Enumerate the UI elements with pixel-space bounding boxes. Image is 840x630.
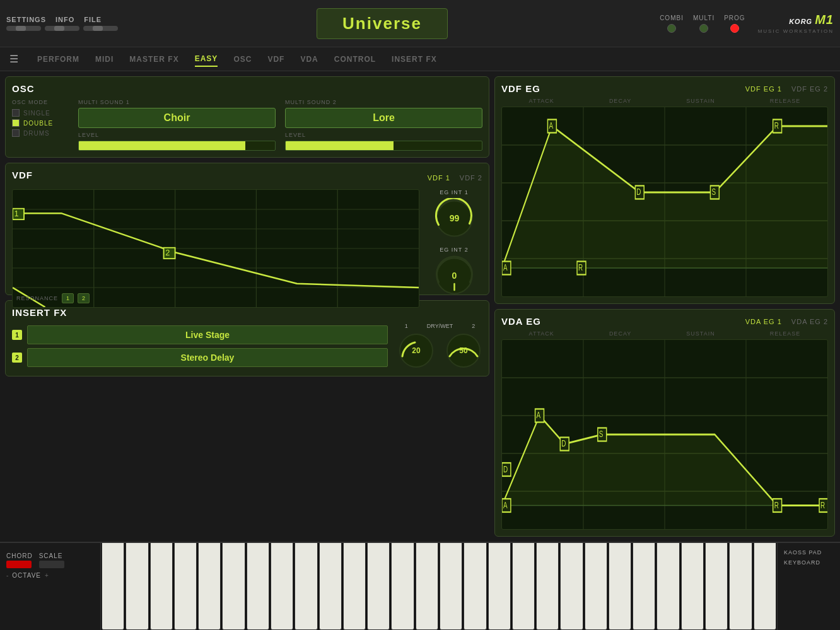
- eg-int1-knob[interactable]: 99: [434, 198, 475, 239]
- white-key[interactable]: [222, 543, 245, 630]
- scale-led[interactable]: [39, 561, 64, 568]
- osc-title: OSC: [12, 83, 482, 94]
- white-key[interactable]: [271, 543, 293, 630]
- keys-container: [101, 543, 777, 630]
- osc-single-option[interactable]: SINGLE: [12, 109, 69, 117]
- svg-text:50: 50: [459, 346, 468, 355]
- white-key[interactable]: [391, 543, 414, 630]
- white-key[interactable]: [319, 543, 342, 630]
- vdf-param-decay: DECAY: [609, 98, 631, 104]
- octave-plus[interactable]: +: [45, 572, 49, 579]
- white-key[interactable]: [609, 543, 631, 630]
- white-key[interactable]: [754, 543, 776, 630]
- tab-midi[interactable]: MIDI: [95, 52, 114, 66]
- vda-eg-tab-2[interactable]: VDA EG 2: [791, 318, 828, 325]
- tab-easy[interactable]: EASY: [195, 52, 218, 67]
- vda-eg-tab-1[interactable]: VDA EG 1: [745, 318, 782, 325]
- top-left-controls: SETTINGS INFO FILE: [6, 16, 132, 31]
- white-key[interactable]: [440, 543, 462, 630]
- osc-double-option[interactable]: DOUBLE: [12, 119, 69, 127]
- vdf-header: VDF VDF 1 VDF 2: [12, 170, 482, 185]
- white-key[interactable]: [729, 543, 752, 630]
- svg-text:D: D: [561, 438, 566, 449]
- multi-mode-btn[interactable]: MULTI: [693, 15, 715, 33]
- tab-osc[interactable]: OSC: [233, 52, 252, 66]
- vda-eg-svg: A A D D S R R: [502, 340, 827, 529]
- fx-section: INSERT FX 1 Live Stage 2 Stereo Delay: [5, 300, 489, 376]
- white-key[interactable]: [416, 543, 438, 630]
- vdf-eg-header: VDF EG VDF EG 1 VDF EG 2: [501, 83, 828, 94]
- svg-text:D: D: [503, 464, 508, 475]
- sound1-col: MULTI SOUND 1 Choir LEVEL: [78, 99, 276, 151]
- vdf-eg-tab-2[interactable]: VDF EG 2: [791, 85, 828, 93]
- octave-minus[interactable]: -: [6, 572, 8, 579]
- mode-section: COMBI MULTI PROG: [660, 15, 745, 33]
- prog-label: PROG: [724, 15, 745, 21]
- hamburger-icon[interactable]: ☰: [9, 53, 18, 65]
- white-key[interactable]: [247, 543, 269, 630]
- vdf-tab-2[interactable]: VDF 2: [460, 174, 482, 182]
- fx-knob-2[interactable]: 50: [445, 332, 482, 370]
- scale-group: SCALE: [39, 549, 64, 568]
- white-key[interactable]: [150, 543, 173, 630]
- white-key[interactable]: [367, 543, 390, 630]
- eg-int2-knob[interactable]: 0: [434, 255, 475, 296]
- sound2-display[interactable]: Lore: [285, 108, 482, 128]
- settings-menu[interactable]: SETTINGS: [6, 16, 46, 23]
- chord-label: CHORD: [6, 552, 33, 559]
- prog-mode-btn[interactable]: PROG: [724, 15, 745, 33]
- tab-vdf[interactable]: VDF: [267, 52, 284, 66]
- chord-led[interactable]: [6, 561, 32, 568]
- white-key[interactable]: [488, 543, 511, 630]
- vda-eg-graph: A A D D S R R: [501, 339, 828, 530]
- kaoss-label: KAOSS PAD: [784, 549, 834, 556]
- fx-list: 1 Live Stage 2 Stereo Delay: [12, 325, 388, 367]
- white-key[interactable]: [343, 543, 366, 630]
- fx-row-1: 1 Live Stage: [12, 325, 388, 344]
- tab-vda[interactable]: VDA: [300, 52, 318, 66]
- svg-text:20: 20: [412, 346, 421, 355]
- slider-2[interactable]: [45, 26, 79, 31]
- white-key[interactable]: [681, 543, 704, 630]
- fx-knob-row: 20 50: [397, 332, 482, 370]
- white-key[interactable]: [705, 543, 728, 630]
- level1-label: LEVEL: [78, 132, 276, 138]
- white-key[interactable]: [464, 543, 486, 630]
- eg-int2-label: EG INT 2: [440, 247, 468, 253]
- fx2-name[interactable]: Stereo Delay: [27, 348, 388, 367]
- white-key[interactable]: [198, 543, 221, 630]
- tab-perform[interactable]: PERFORM: [37, 52, 79, 66]
- white-key[interactable]: [536, 543, 559, 630]
- eg-int1-label: EG INT 1: [440, 189, 468, 195]
- vdf-tab-1[interactable]: VDF 1: [428, 174, 450, 182]
- res-btn-2[interactable]: 2: [78, 293, 90, 303]
- sound1-display[interactable]: Choir: [78, 108, 276, 128]
- white-key[interactable]: [295, 543, 317, 630]
- osc-drums-option[interactable]: DRUMS: [12, 129, 69, 137]
- file-menu[interactable]: FILE: [84, 16, 102, 23]
- tab-control[interactable]: CONTROL: [334, 52, 376, 66]
- white-key[interactable]: [560, 543, 583, 630]
- white-key[interactable]: [512, 543, 535, 630]
- keyboard-left-controls: CHORD SCALE - OCTAVE +: [0, 543, 101, 630]
- chord-scale-row: CHORD SCALE: [6, 549, 94, 568]
- white-key[interactable]: [125, 543, 148, 630]
- res-btn-1[interactable]: 1: [62, 293, 74, 303]
- vdf-inner: 1 2 RESONANCE 1 2 EG INT 1: [12, 189, 482, 308]
- white-key[interactable]: [102, 543, 124, 630]
- slider-3[interactable]: [83, 26, 118, 31]
- combi-mode-btn[interactable]: COMBI: [660, 15, 684, 33]
- tab-master-fx[interactable]: MASTER FX: [129, 52, 178, 66]
- info-menu[interactable]: INFO: [55, 16, 74, 23]
- white-key[interactable]: [656, 543, 679, 630]
- slider-1[interactable]: [6, 26, 41, 31]
- fx-knob-1[interactable]: 20: [397, 332, 435, 370]
- white-key[interactable]: [633, 543, 655, 630]
- svg-text:A: A: [537, 409, 541, 421]
- vdf-eg-tab-1[interactable]: VDF EG 1: [745, 85, 782, 93]
- white-key[interactable]: [174, 543, 197, 630]
- tab-insert-fx[interactable]: INSERT FX: [392, 52, 437, 66]
- fx2-num: 2: [12, 353, 22, 363]
- white-key[interactable]: [585, 543, 607, 630]
- fx1-name[interactable]: Live Stage: [27, 325, 388, 344]
